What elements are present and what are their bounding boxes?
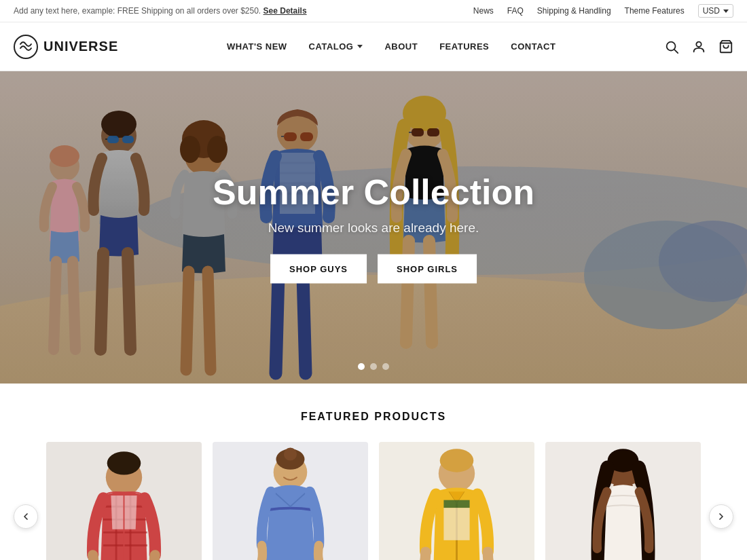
svg-point-37 [107,451,141,474]
currency-selector[interactable]: USD [698,4,733,18]
nav-links: WHAT'S NEW CATALOG ABOUT FEATURES CONTAC… [227,41,556,52]
chevron-left-icon [20,511,31,522]
hero-dot-1[interactable] [358,363,365,370]
main-nav: UNIVERSE WHAT'S NEW CATALOG ABOUT FEATUR… [0,22,747,71]
nav-link-theme[interactable]: Theme Features [625,6,685,16]
logo-icon [14,35,38,59]
user-icon [691,39,706,54]
product-card-2[interactable] [213,442,368,560]
svg-point-0 [14,35,37,58]
hero-dots [358,363,389,370]
brand-name: UNIVERSE [43,39,118,54]
cart-button[interactable] [718,39,733,54]
hero-content: Summer Collection New summer looks are a… [213,172,534,284]
hero-buttons: SHOP GUYS SHOP GIRLS [213,255,534,284]
chevron-right-icon [716,511,727,522]
product-image-3 [379,442,534,560]
carousel-prev-button[interactable] [14,504,38,529]
product-image-2 [213,442,368,560]
account-button[interactable] [691,39,706,54]
svg-rect-53 [443,508,469,540]
nav-link-shipping[interactable]: Shipping & Handling [537,6,611,16]
carousel-next-button[interactable] [709,504,733,529]
hero-dot-3[interactable] [382,363,389,370]
svg-rect-52 [443,500,469,508]
nav-link-faq[interactable]: FAQ [507,6,524,16]
bag-icon [718,39,733,54]
announcement-links: News FAQ Shipping & Handling Theme Featu… [473,4,733,18]
svg-point-47 [284,447,297,460]
svg-line-2 [674,50,678,53]
svg-point-3 [696,41,701,46]
search-icon [664,39,679,54]
product-card-4[interactable] [545,442,701,560]
nav-link-news[interactable]: News [473,6,494,16]
hero-section: Summer Collection New summer looks are a… [0,71,747,384]
hero-subtitle: New summer looks are already here. [213,221,534,236]
products-carousel [14,442,733,560]
shop-guys-button[interactable]: SHOP GUYS [270,255,367,284]
svg-point-50 [440,449,474,472]
nav-contact[interactable]: CONTACT [511,41,555,52]
products-grid [46,442,701,560]
nav-icons [664,39,733,54]
product-card-3[interactable] [379,442,534,560]
featured-section: FEATURED PRODUCTS [0,384,747,560]
product-image-4 [545,442,701,560]
announcement-bar: Add any text here, example: FREE Shippin… [0,0,747,22]
nav-catalog[interactable]: CATALOG [309,41,363,52]
hero-dot-2[interactable] [370,363,377,370]
product-image-1 [46,442,202,560]
featured-title: FEATURED PRODUCTS [14,411,733,423]
hero-title: Summer Collection [213,172,534,212]
nav-features[interactable]: FEATURES [439,41,489,52]
nav-about[interactable]: ABOUT [384,41,418,52]
logo[interactable]: UNIVERSE [14,35,118,59]
catalog-chevron-icon [357,45,363,48]
currency-chevron-icon [723,10,729,13]
shop-girls-button[interactable]: SHOP GIRLS [378,255,477,284]
announcement-text: Add any text here, example: FREE Shippin… [14,6,307,16]
announcement-link[interactable]: See Details [263,6,307,16]
nav-whats-new[interactable]: WHAT'S NEW [227,41,287,52]
search-button[interactable] [664,39,679,54]
product-card-1[interactable] [46,442,202,560]
